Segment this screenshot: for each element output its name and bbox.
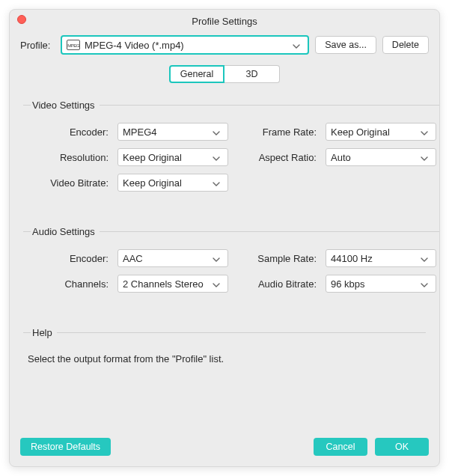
title-bar: Profile Settings bbox=[10, 10, 439, 29]
tab-3d[interactable]: 3D bbox=[224, 65, 280, 83]
chevron-down-icon bbox=[210, 253, 223, 264]
sample-rate-label: Sample Rate: bbox=[236, 253, 318, 264]
channels-select[interactable]: 2 Channels Stereo bbox=[117, 275, 228, 293]
aspect-ratio-select[interactable]: Auto bbox=[326, 148, 436, 166]
restore-defaults-button[interactable]: Restore Defaults bbox=[20, 438, 111, 456]
window-title: Profile Settings bbox=[10, 13, 439, 27]
chevron-down-icon bbox=[210, 278, 223, 290]
aspect-ratio-label: Aspect Ratio: bbox=[236, 152, 318, 163]
chevron-down-icon bbox=[290, 38, 303, 52]
video-bitrate-select[interactable]: Keep Original bbox=[117, 174, 228, 192]
video-encoder-label: Encoder: bbox=[28, 126, 110, 138]
help-text: Select the output format from the "Profi… bbox=[23, 347, 426, 364]
resolution-label: Resolution: bbox=[28, 152, 110, 163]
video-bitrate-label: Video Bitrate: bbox=[28, 177, 110, 189]
resolution-select[interactable]: Keep Original bbox=[117, 148, 228, 166]
tab-group: General 3D bbox=[169, 65, 280, 83]
ok-button[interactable]: OK bbox=[375, 438, 429, 456]
chevron-down-icon bbox=[418, 152, 431, 163]
chevron-down-icon bbox=[418, 126, 431, 138]
close-window-icon[interactable] bbox=[17, 15, 26, 24]
help-group: Help Select the output format from the "… bbox=[23, 327, 426, 364]
cancel-button[interactable]: Cancel bbox=[314, 438, 367, 456]
tab-general[interactable]: General bbox=[169, 65, 224, 83]
audio-bitrate-label: Audio Bitrate: bbox=[236, 278, 318, 290]
delete-button[interactable]: Delete bbox=[382, 36, 429, 54]
chevron-down-icon bbox=[418, 278, 431, 290]
mpeg-format-icon: MPEG bbox=[67, 40, 80, 50]
video-settings-group: Video Settings Encoder: MPEG4 Frame Rate… bbox=[23, 100, 440, 192]
profile-select[interactable]: MPEG MPEG-4 Video (*.mp4) bbox=[61, 35, 309, 55]
chevron-down-icon bbox=[210, 177, 223, 189]
video-settings-legend: Video Settings bbox=[31, 100, 100, 111]
settings-window: Profile Settings Profile: MPEG MPEG-4 Vi… bbox=[9, 9, 440, 467]
audio-settings-group: Audio Settings Encoder: AAC Sample Rate:… bbox=[23, 226, 440, 293]
chevron-down-icon bbox=[418, 253, 431, 264]
chevron-down-icon bbox=[210, 126, 223, 138]
profile-value: MPEG-4 Video (*.mp4) bbox=[85, 40, 285, 51]
window-controls bbox=[17, 15, 26, 24]
help-legend: Help bbox=[31, 327, 57, 338]
channels-label: Channels: bbox=[28, 278, 110, 290]
frame-rate-label: Frame Rate: bbox=[236, 126, 318, 138]
sample-rate-select[interactable]: 44100 Hz bbox=[326, 249, 436, 267]
audio-settings-legend: Audio Settings bbox=[31, 226, 100, 237]
dialog-footer: Restore Defaults Cancel OK bbox=[10, 435, 439, 466]
audio-encoder-label: Encoder: bbox=[28, 253, 110, 264]
audio-bitrate-select[interactable]: 96 kbps bbox=[326, 275, 436, 293]
save-as-button[interactable]: Save as... bbox=[315, 36, 376, 54]
audio-encoder-select[interactable]: AAC bbox=[117, 249, 228, 267]
frame-rate-select[interactable]: Keep Original bbox=[326, 123, 436, 141]
video-encoder-select[interactable]: MPEG4 bbox=[117, 123, 228, 141]
profile-label: Profile: bbox=[20, 40, 55, 51]
chevron-down-icon bbox=[210, 152, 223, 163]
